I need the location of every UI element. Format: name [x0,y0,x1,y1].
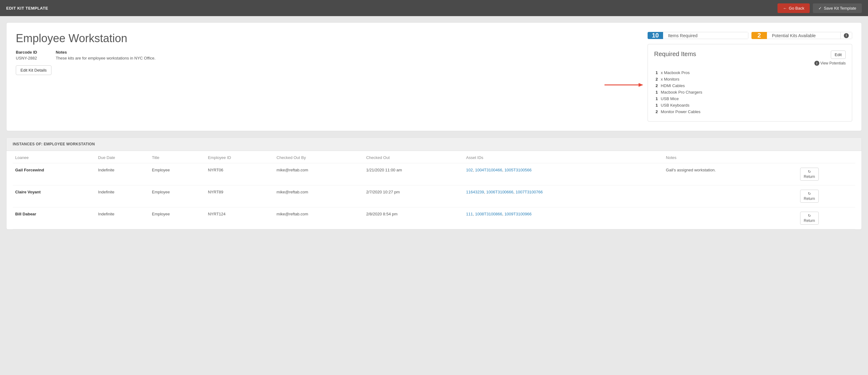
row-loanee: Gail Forcewind [13,163,95,185]
row-title: Employee [149,185,206,207]
return-icon: ↻ [808,191,811,196]
asset-link[interactable]: 1005T3100566 [504,168,531,172]
list-item: 1 Macbook Pro Chargers [654,89,846,95]
row-due-date: Indefinite [95,185,149,207]
col-actions [798,151,855,163]
page-header: EDIT KIT TEMPLATE ← Go Back ✓ Save Kit T… [0,0,868,16]
red-arrow-icon [604,82,645,88]
view-potentials-link[interactable]: i View Potentials [814,61,846,66]
row-checked-out: 2/8/2020 8:54 pm [364,207,463,229]
col-employee-id: Employee ID [206,151,274,163]
asset-link[interactable]: 1007T3100766 [516,190,542,194]
row-actions: ↻ Return [798,207,855,229]
kit-name: Employee Workstation [16,32,635,45]
potential-kits-label: Potential Kits Available [767,32,841,39]
row-asset-ids: 11643239, 1006T3100666, 1007T3100766 [463,185,663,207]
potential-kits-info[interactable]: i [841,32,852,39]
required-items-box: Required Items Edit i View Potentials [648,44,852,122]
table-row: Gail Forcewind Indefinite Employee NYRT0… [13,163,855,185]
items-required-label: Items Required [663,32,748,39]
return-button[interactable]: ↻ Return [800,212,819,225]
col-loanee: Loanee [13,151,95,163]
row-employee-id: NYRT06 [206,163,274,185]
barcode-meta: Barcode ID USNY-2882 [16,50,37,60]
col-checked-out-by: Checked Out By [274,151,364,163]
row-asset-ids: 102, 1004T3100466, 1005T3100566 [463,163,663,185]
arrow-indicator [604,82,645,88]
row-checked-out-by: mike@reftab.com [274,185,364,207]
row-notes: Gail's assigned workstation. [663,163,798,185]
barcode-value: USNY-2882 [16,56,37,60]
asset-link[interactable]: 1009T3100966 [504,212,531,216]
list-item: 1 x Macbook Pros [654,69,846,76]
row-checked-out-by: mike@reftab.com [274,207,364,229]
row-loanee: Claire Voyant [13,185,95,207]
row-employee-id: NYRT89 [206,185,274,207]
instances-table-body: Gail Forcewind Indefinite Employee NYRT0… [13,163,855,229]
required-items-actions: Edit i View Potentials [814,51,846,66]
barcode-label: Barcode ID [16,50,37,55]
asset-link[interactable]: 1008T3100866 [475,212,502,216]
return-icon: ↻ [808,214,811,218]
table-row: Bill Dabear Indefinite Employee NYRT124 … [13,207,855,229]
row-checked-out: 1/21/2020 11:00 am [364,163,463,185]
row-employee-id: NYRT124 [206,207,274,229]
return-button[interactable]: ↻ Return [800,190,819,203]
view-potentials-icon: i [814,61,819,66]
kit-meta: Barcode ID USNY-2882 Notes These kits ar… [16,50,635,60]
notes-label: Notes [56,50,156,55]
main-content: Employee Workstation Barcode ID USNY-288… [0,16,868,236]
edit-items-button[interactable]: Edit [831,51,846,59]
col-notes: Notes [663,151,798,163]
header-buttons: ← Go Back ✓ Save Kit Template [777,3,862,13]
save-kit-template-button[interactable]: ✓ Save Kit Template [813,3,862,13]
required-items-header: Required Items Edit i View Potentials [654,51,846,66]
col-due-date: Due Date [95,151,149,163]
list-item: 2 HDMI Cables [654,83,846,89]
kit-right: 10 Items Required 2 Potential Kits Avail… [648,32,852,122]
required-items-title: Required Items [654,51,696,58]
notes-meta: Notes These kits are for employee workst… [56,50,156,60]
return-icon: ↻ [808,169,811,174]
asset-link[interactable]: 111 [466,212,473,216]
list-item: 1 USB Mice [654,95,846,102]
items-required-badge: 10 Items Required [648,32,748,39]
asset-link[interactable]: 11643239 [466,190,484,194]
potential-kits-badge: 2 Potential Kits Available i [751,32,852,39]
return-button[interactable]: ↻ Return [800,168,819,181]
potential-kits-count: 2 [751,32,767,39]
row-checked-out-by: mike@reftab.com [274,163,364,185]
go-back-button[interactable]: ← Go Back [777,3,810,13]
edit-kit-details-button[interactable]: Edit Kit Details [16,65,52,75]
asset-link[interactable]: 1004T3100466 [475,168,502,172]
row-asset-ids: 111, 1008T3100866, 1009T3100966 [463,207,663,229]
asset-link[interactable]: 1006T3100666 [486,190,514,194]
instances-table-head: Loanee Due Date Title Employee ID Checke… [13,151,855,163]
row-actions: ↻ Return [798,163,855,185]
asset-link[interactable]: 102 [466,168,473,172]
list-item: 1 USB Keyboards [654,102,846,108]
items-required-count: 10 [648,32,663,39]
save-check-icon: ✓ [818,6,822,10]
notes-value: These kits are for employee workstations… [56,56,156,60]
row-loanee: Bill Dabear [13,207,95,229]
info-icon: i [844,33,849,38]
list-item: 2 x Monitors [654,76,846,83]
kit-details-card: Employee Workstation Barcode ID USNY-288… [6,22,862,131]
kit-left: Employee Workstation Barcode ID USNY-288… [16,32,635,75]
instances-header: INSTANCES OF: EMPLOYEE WORKSTATION [6,137,862,151]
row-title: Employee [149,163,206,185]
instances-section: INSTANCES OF: EMPLOYEE WORKSTATION Loane… [6,137,862,230]
col-checked-out: Checked Out [364,151,463,163]
go-back-arrow-icon: ← [783,6,787,10]
row-notes [663,207,798,229]
required-items-list: 1 x Macbook Pros 2 x Monitors 2 HDMI Cab… [654,69,846,115]
row-due-date: Indefinite [95,163,149,185]
stats-row: 10 Items Required 2 Potential Kits Avail… [648,32,852,39]
instances-table: Loanee Due Date Title Employee ID Checke… [13,151,855,229]
instances-table-wrapper: Loanee Due Date Title Employee ID Checke… [6,151,862,229]
row-checked-out: 2/7/2020 10:27 pm [364,185,463,207]
kit-info-section: Employee Workstation Barcode ID USNY-288… [16,32,852,122]
page-title: EDIT KIT TEMPLATE [6,6,48,10]
row-actions: ↻ Return [798,185,855,207]
